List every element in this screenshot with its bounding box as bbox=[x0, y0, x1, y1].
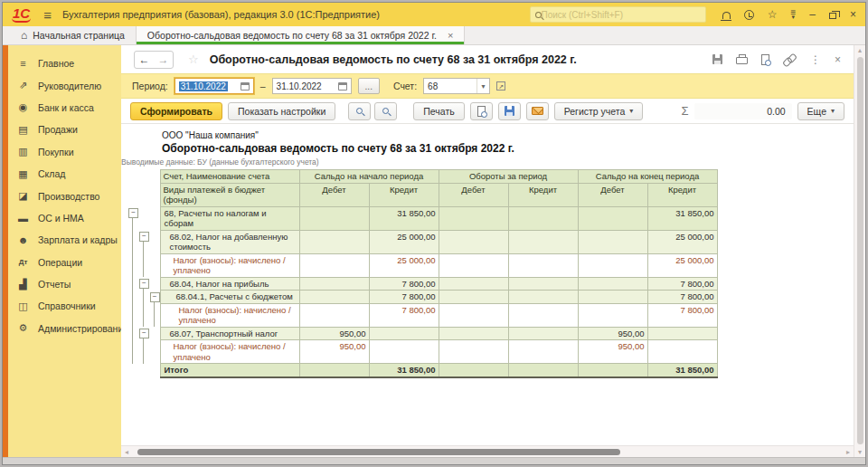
sidebar-item-sales[interactable]: ▤Продажи bbox=[8, 119, 121, 140]
tab-close-icon[interactable]: × bbox=[448, 30, 453, 41]
account-cell[interactable]: Налог (взносы): начислено / уплачено bbox=[160, 340, 299, 364]
cell[interactable] bbox=[578, 253, 647, 277]
collapse-icon[interactable] bbox=[138, 230, 149, 253]
cell[interactable]: 7 800,00 bbox=[647, 303, 717, 327]
vertical-scrollbar[interactable]: ▴ ▾ bbox=[854, 45, 865, 457]
calendar-icon[interactable] bbox=[241, 82, 250, 91]
link-icon[interactable] bbox=[783, 53, 797, 66]
cell[interactable] bbox=[439, 253, 508, 277]
find-button[interactable] bbox=[348, 102, 371, 120]
sidebar-item-purchases[interactable]: ▥Покупки bbox=[8, 141, 121, 163]
cell[interactable] bbox=[508, 364, 578, 377]
forward-button[interactable]: → bbox=[154, 53, 173, 66]
cell[interactable] bbox=[299, 291, 369, 304]
tab-home[interactable]: ⌂ Начальная страница bbox=[10, 26, 136, 44]
cell[interactable]: 31 850,00 bbox=[369, 206, 439, 230]
scroll-left-icon[interactable]: ◂ bbox=[121, 448, 132, 456]
cell[interactable] bbox=[578, 206, 647, 230]
cell[interactable] bbox=[299, 277, 369, 291]
cell[interactable] bbox=[578, 291, 647, 304]
close-button[interactable]: × bbox=[850, 8, 856, 21]
cell[interactable] bbox=[439, 291, 508, 304]
cell[interactable] bbox=[647, 340, 717, 364]
notifications-icon[interactable] bbox=[722, 12, 731, 19]
more-button[interactable]: Еще▾ bbox=[797, 102, 844, 120]
account-cell[interactable]: 68.07, Транспортный налог bbox=[160, 327, 299, 340]
sidebar-item-fixed-assets[interactable]: ▬ОС и НМА bbox=[8, 207, 121, 229]
cell[interactable]: 25 000,00 bbox=[647, 230, 717, 253]
search-input[interactable] bbox=[542, 10, 701, 20]
cell[interactable] bbox=[508, 230, 578, 253]
scroll-right-icon[interactable]: ▸ bbox=[843, 448, 854, 456]
preview-icon[interactable] bbox=[761, 54, 769, 65]
open-account-icon[interactable]: ↗ bbox=[496, 81, 505, 91]
cell[interactable]: 7 800,00 bbox=[647, 277, 717, 291]
cell[interactable] bbox=[439, 277, 508, 291]
register-button[interactable]: Регистр учета▾ bbox=[554, 102, 644, 120]
table-row[interactable]: Налог (взносы): начислено / уплачено 25 … bbox=[127, 253, 717, 277]
cell[interactable] bbox=[369, 327, 439, 340]
cell[interactable] bbox=[578, 277, 647, 291]
cell[interactable]: 7 800,00 bbox=[369, 291, 439, 304]
scroll-up-icon[interactable]: ▴ bbox=[854, 46, 865, 54]
cell[interactable]: 950,00 bbox=[578, 327, 647, 340]
generate-button[interactable]: Сформировать bbox=[130, 102, 222, 120]
cell[interactable] bbox=[508, 340, 578, 364]
collapse-icon[interactable] bbox=[138, 277, 149, 291]
cell[interactable]: 950,00 bbox=[578, 340, 647, 364]
cell[interactable]: 31 850,00 bbox=[647, 206, 717, 230]
cell[interactable]: 7 800,00 bbox=[369, 303, 439, 327]
calendar-icon[interactable] bbox=[338, 82, 347, 91]
sidebar-item-reports[interactable]: ▟Отчеты bbox=[8, 273, 121, 295]
scroll-down-icon[interactable]: ▾ bbox=[854, 448, 865, 456]
total-row[interactable]: Итого 31 850,00 31 850,00 bbox=[127, 364, 717, 377]
restore-button[interactable] bbox=[829, 13, 836, 19]
cell[interactable] bbox=[439, 364, 508, 377]
settings-button[interactable]: Показать настройки bbox=[228, 102, 335, 120]
cell[interactable] bbox=[299, 206, 369, 230]
back-button[interactable]: ← bbox=[135, 53, 154, 66]
send-email-button[interactable] bbox=[526, 102, 549, 120]
account-cell[interactable]: 68, Расчеты по налогам и сборам bbox=[160, 206, 299, 230]
tab-report[interactable]: Оборотно-сальдовая ведомость по счету 68… bbox=[136, 26, 465, 44]
main-menu-icon[interactable]: ≡ bbox=[43, 7, 52, 23]
chevron-down-icon[interactable]: ▾ bbox=[476, 79, 489, 93]
hscroll-track[interactable] bbox=[132, 446, 843, 458]
cell[interactable] bbox=[299, 230, 369, 253]
cell[interactable] bbox=[508, 327, 578, 340]
cell[interactable] bbox=[508, 253, 578, 277]
service-menu-icon[interactable]: ≡▾ bbox=[790, 10, 796, 19]
sidebar-item-administration[interactable]: ⚙Администрирование bbox=[8, 318, 121, 339]
cell[interactable] bbox=[439, 303, 508, 327]
table-row[interactable]: 68, Расчеты по налогам и сборам 31 850,0… bbox=[127, 206, 717, 230]
account-cell[interactable]: Налог (взносы): начислено / уплачено bbox=[160, 303, 299, 327]
save-icon[interactable] bbox=[712, 54, 722, 64]
cell[interactable] bbox=[299, 303, 369, 327]
cell[interactable]: 31 850,00 bbox=[647, 364, 717, 377]
cell[interactable] bbox=[439, 340, 508, 364]
cell[interactable] bbox=[299, 253, 369, 277]
favorites-icon[interactable]: ☆ bbox=[768, 8, 778, 21]
cell[interactable]: 31 850,00 bbox=[369, 364, 439, 377]
total-label-cell[interactable]: Итого bbox=[160, 364, 299, 377]
print-button[interactable]: Печать bbox=[413, 102, 464, 120]
cell[interactable] bbox=[508, 277, 578, 291]
date-from-field[interactable]: 31.10.2022 bbox=[175, 78, 254, 94]
cell[interactable] bbox=[439, 327, 508, 340]
account-cell[interactable]: 68.04.1, Расчеты с бюджетом bbox=[160, 291, 299, 304]
cell[interactable]: 950,00 bbox=[299, 340, 369, 364]
sidebar-item-operations[interactable]: ДтОперации bbox=[8, 252, 121, 273]
cell[interactable]: 25 000,00 bbox=[369, 230, 439, 253]
cell[interactable] bbox=[299, 364, 369, 377]
date-to-field[interactable]: 31.10.2022 bbox=[272, 78, 352, 94]
vscroll-thumb[interactable] bbox=[857, 57, 863, 444]
save-button[interactable] bbox=[498, 102, 521, 120]
minimize-button[interactable]: – bbox=[809, 8, 816, 21]
sidebar-item-salary[interactable]: ☻Зарплата и кадры bbox=[8, 229, 121, 251]
cell[interactable] bbox=[578, 303, 647, 327]
period-more-button[interactable]: ... bbox=[358, 78, 380, 94]
close-form-icon[interactable]: × bbox=[835, 53, 841, 66]
cell[interactable] bbox=[578, 230, 647, 253]
cell[interactable] bbox=[439, 230, 508, 253]
account-cell[interactable]: 68.04, Налог на прибыль bbox=[160, 277, 299, 291]
